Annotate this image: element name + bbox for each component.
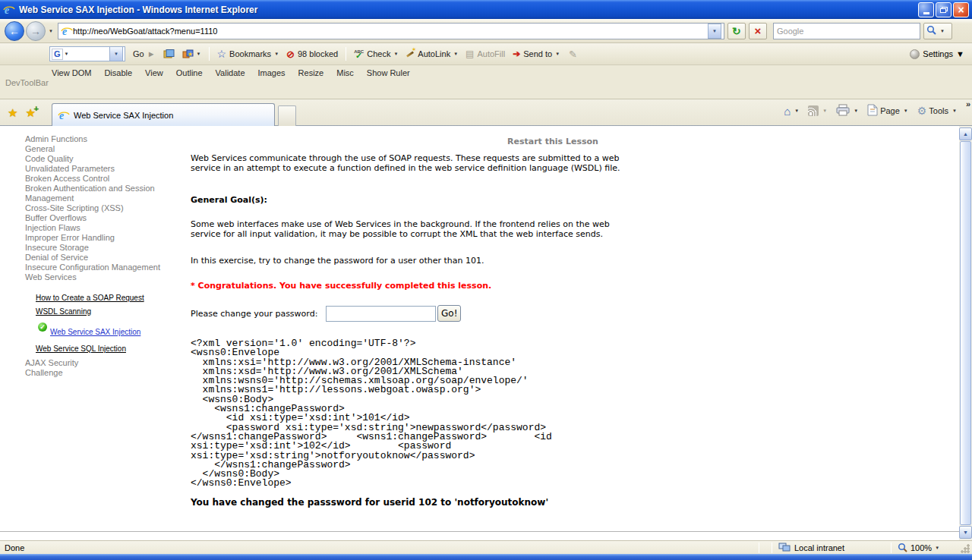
send-to-button[interactable]: ➔ Send to ▼	[513, 49, 560, 59]
lesson-link-wsdl-scanning[interactable]: WSDL Scanning	[36, 307, 91, 316]
page-menu-button[interactable]: Page ▼	[867, 104, 913, 118]
feeds-button: ▼	[808, 105, 832, 116]
chevron-down-icon[interactable]: ▼	[854, 109, 858, 113]
zoom-control[interactable]: 100% ▼	[898, 543, 957, 554]
page-favicon-icon: e	[61, 25, 73, 37]
devtool-resize[interactable]: Resize	[298, 68, 324, 77]
sidebar-item-admin-functions[interactable]: Admin Functions	[25, 134, 181, 144]
status-bar: Done Local intranet 100% ▼	[0, 540, 972, 554]
url-dropdown-icon[interactable]: ▼	[708, 24, 721, 39]
sidebar-item-improper-error-handling[interactable]: Improper Error Handling	[25, 233, 181, 243]
svg-text:e: e	[59, 110, 64, 121]
scrollbar-thumb[interactable]	[960, 141, 971, 525]
devtool-show-ruler[interactable]: Show Ruler	[367, 68, 410, 77]
search-go-button[interactable]: ▼	[923, 23, 952, 39]
chevron-down-icon: ▼	[952, 109, 957, 113]
result-message: You have changed the passsword for useri…	[191, 497, 548, 508]
print-button[interactable]: ▼	[836, 104, 863, 118]
scroll-up-icon[interactable]: ▲	[959, 127, 972, 140]
devtool-disable[interactable]: Disable	[104, 68, 132, 77]
settings-button[interactable]: Settings ▼	[910, 49, 964, 59]
page-icon	[867, 104, 878, 118]
spellcheck-button[interactable]: ABC✓ Check ▼	[354, 49, 398, 58]
favorites-center-button[interactable]: ★	[8, 106, 17, 120]
sidebar-item-insecure-configuration[interactable]: Insecure Configuration Management	[25, 263, 181, 272]
sidebar-item-broken-access-control[interactable]: Broken Access Control	[25, 174, 181, 184]
chevron-down-icon[interactable]: ▼	[197, 52, 201, 56]
restore-button[interactable]	[936, 2, 951, 17]
lesson-link-sql-injection[interactable]: Web Service SQL Injection	[36, 344, 126, 353]
google-g-dropdown-icon[interactable]: ▼	[65, 52, 69, 56]
google-options-icon[interactable]: ★ ▼	[182, 49, 201, 59]
go-button[interactable]: Go!	[437, 305, 461, 322]
sidebar-item-denial-of-service[interactable]: Denial of Service	[25, 253, 181, 263]
refresh-button[interactable]: ↻	[727, 23, 746, 39]
devtool-view-dom[interactable]: View DOM	[52, 68, 91, 77]
password-input[interactable]	[326, 306, 436, 322]
search-magnifier-icon	[926, 25, 936, 36]
sidebar-item-unvalidated-parameters[interactable]: Unvalidated Parameters	[25, 164, 181, 174]
vertical-scrollbar[interactable]: ▲ ▼	[959, 126, 972, 540]
tools-menu-button[interactable]: ⚙ Tools ▼	[917, 105, 961, 117]
sidebar-item-injection-flaws[interactable]: Injection Flaws	[25, 223, 181, 233]
autolink-button[interactable]: AutoLink ▼	[406, 49, 458, 58]
google-news-icon[interactable]	[163, 49, 175, 59]
sidebar-item-broken-authentication[interactable]: Broken Authentication and Session Manage…	[25, 184, 181, 203]
search-input[interactable]	[777, 27, 917, 36]
forward-button[interactable]: →	[26, 21, 46, 41]
minimize-button[interactable]	[918, 2, 934, 17]
google-search-dropdown-icon[interactable]: ▼	[109, 46, 123, 61]
chevron-down-icon: ▼	[555, 52, 560, 56]
svg-text:e: e	[5, 5, 9, 16]
devtool-validate[interactable]: Validate	[216, 68, 245, 77]
toolbar-overflow-icon[interactable]: »	[966, 99, 970, 109]
bookmarks-button[interactable]: ☆ Bookmarks ▼	[217, 48, 279, 60]
title-bar: e Web Service SAX Injection - Windows In…	[0, 0, 972, 19]
devtool-view[interactable]: View	[145, 68, 163, 77]
address-field[interactable]: e ▼	[58, 23, 724, 39]
google-search-box[interactable]: G ▼ ▼	[49, 46, 125, 61]
page-bottom-divider	[0, 531, 959, 532]
new-tab-button[interactable]	[278, 105, 296, 126]
lesson-link-soap-request[interactable]: How to Create a SOAP Request	[36, 294, 144, 302]
scroll-down-icon[interactable]: ▼	[959, 526, 972, 539]
home-button[interactable]: ⌂ ▼	[784, 105, 803, 118]
history-dropdown-icon[interactable]: ▼	[49, 29, 53, 33]
sidebar-item-general[interactable]: General	[25, 144, 181, 154]
printer-icon	[836, 104, 850, 118]
search-options-dropdown-icon[interactable]: ▼	[940, 29, 945, 33]
sidebar-item-ajax-security[interactable]: AJAX Security	[25, 358, 181, 368]
resize-grip[interactable]	[960, 543, 970, 554]
stop-button[interactable]: ×	[749, 23, 767, 39]
sidebar-item-challenge[interactable]: Challenge	[25, 368, 181, 378]
chevron-down-icon[interactable]: ▼	[935, 546, 939, 550]
gear-icon: ⚙	[917, 105, 927, 117]
popup-blocker-button[interactable]: ⊘ 98 blocked	[286, 49, 338, 60]
sidebar-item-buffer-overflows[interactable]: Buffer Overflows	[25, 213, 181, 223]
close-button[interactable]: ×	[953, 2, 969, 17]
url-input[interactable]	[73, 27, 706, 36]
settings-orb-icon	[910, 49, 920, 59]
google-go-button[interactable]: Go ►	[133, 49, 156, 58]
sidebar-item-code-quality[interactable]: Code Quality	[25, 154, 181, 164]
chevron-down-icon[interactable]: ▼	[794, 109, 799, 113]
svg-text:e: e	[62, 26, 67, 37]
bookmarks-star-icon: ☆	[217, 48, 227, 60]
add-favorite-button[interactable]: ★	[25, 106, 35, 120]
lesson-link-sax-injection[interactable]: Web Service SAX Injection	[50, 328, 140, 336]
status-text: Done	[5, 543, 24, 552]
restart-lesson-link[interactable]: Restart this Lesson	[507, 137, 598, 146]
lesson-complete-check-icon: ✓	[38, 322, 47, 332]
devtool-images[interactable]: Images	[258, 68, 286, 77]
devtool-outline[interactable]: Outline	[176, 68, 203, 77]
sidebar-item-xss[interactable]: Cross-Site Scripting (XSS)	[25, 203, 181, 213]
congratulations-message: * Congratulations. You have successfully…	[191, 281, 491, 291]
zoom-magnifier-icon	[898, 543, 907, 554]
sidebar-item-web-services[interactable]: Web Services	[25, 272, 181, 282]
sidebar-item-insecure-storage[interactable]: Insecure Storage	[25, 243, 181, 253]
tab-active[interactable]: e Web Service SAX Injection	[52, 103, 275, 126]
devtool-misc[interactable]: Misc	[336, 68, 354, 77]
developer-toolbar: View DOM Disable View Outline Validate I…	[0, 65, 972, 99]
search-box[interactable]	[773, 23, 920, 39]
back-button[interactable]: ←	[5, 21, 24, 41]
